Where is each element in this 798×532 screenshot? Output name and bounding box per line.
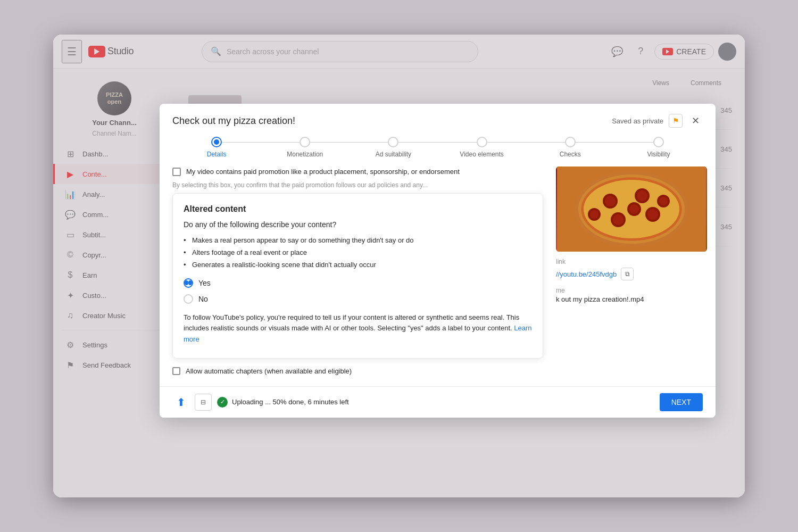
step-label-visibility: Visibility [647,151,670,158]
screen-frame: ☰ Studio 🔍 Search across your channel 💬 … [53,35,745,497]
altered-content-bullets: Makes a real person appear to say or do … [184,236,532,269]
svg-point-11 [613,214,624,225]
step-dot-ad [388,137,398,147]
step-video-elements[interactable]: Video elements [438,137,526,158]
paid-promotion-row: My video contains paid promotion like a … [172,167,543,177]
step-details[interactable]: Details [172,137,261,158]
dialog-title: Check out my pizza creation! [172,115,295,127]
paid-promotion-labels: My video contains paid promotion like a … [186,167,460,177]
step-label-monetization: Monetization [287,151,323,158]
step-dot-checks [565,137,576,147]
upload-icon-button[interactable]: ⬆ [172,394,189,411]
video-thumbnail [556,167,707,252]
upload-status-text: Uploading ... 50% done, 6 minutes left [232,398,349,406]
bullet-2: Alters footage of a real event or place [184,248,532,256]
svg-point-17 [659,197,668,205]
step-visibility[interactable]: Visibility [614,137,703,158]
chapters-checkbox[interactable] [172,367,180,375]
next-button[interactable]: NEXT [660,393,703,411]
video-link-row: //youtu.be/245fvdgb ⧉ [556,268,707,280]
svg-point-9 [647,209,658,220]
dialog-left-content: My video contains paid promotion like a … [160,167,556,375]
bullet-1: Makes a real person appear to say or do … [184,236,532,244]
chapters-label: Allow automatic chapters (when available… [186,367,352,375]
bullet-3: Generates a realistic-looking scene that… [184,261,532,269]
radio-no-option[interactable]: No [184,294,532,304]
step-label-elements: Video elements [460,151,504,158]
step-label-details: Details [207,151,227,158]
upload-dialog: Check out my pizza creation! Saved as pr… [160,104,716,418]
dialog-header: Check out my pizza creation! Saved as pr… [160,104,716,128]
video-url[interactable]: //youtu.be/245fvdgb [556,270,617,278]
copy-link-button[interactable]: ⧉ [621,268,634,280]
upload-status: ✓ Uploading ... 50% done, 6 minutes left [217,397,349,408]
policy-info-text: To follow YouTube's policy, you're requi… [184,312,532,345]
dialog-content-area: My video contains paid promotion like a … [160,158,716,418]
paid-promotion-sub: By selecting this box, you confirm that … [172,181,543,189]
video-link-label: link [556,258,707,265]
svg-point-13 [629,204,639,214]
policy-info-main: To follow YouTube's policy, you're requi… [184,313,519,332]
radio-yes-dot [185,280,188,285]
filename-value: k out my pizza creation!.mp4 [556,295,707,303]
radio-yes-option[interactable]: Yes [184,278,532,288]
radio-yes-label: Yes [198,279,211,287]
svg-point-15 [590,210,598,219]
paid-promotion-label: My video contains paid promotion like a … [186,167,460,177]
radio-no-label: No [198,295,208,303]
step-dot-monetization [300,137,310,147]
filename-label: me [556,287,707,294]
step-dot-details [211,137,222,147]
step-dot-visibility [653,137,664,147]
step-monetization[interactable]: Monetization [261,137,349,158]
altered-content-panel: Altered content Do any of the following … [172,193,543,359]
flag-icon[interactable]: ⚑ [669,114,683,128]
saved-status: Saved as private [612,117,663,125]
footer-left: ⬆ ⊟ ✓ Uploading ... 50% done, 6 minutes … [172,394,349,411]
svg-point-5 [605,196,616,206]
paid-promotion-checkbox[interactable] [172,168,181,176]
step-label-ad: Ad suitability [376,151,411,158]
step-ad-suitability[interactable]: Ad suitability [349,137,437,158]
pizza-thumbnail-svg [556,167,707,252]
subtitle-icon-button[interactable]: ⊟ [195,394,212,411]
dialog-header-right: Saved as private ⚑ ✕ [612,113,703,128]
video-preview-panel: link //youtu.be/245fvdgb ⧉ me k out my p… [556,167,716,375]
radio-yes-button[interactable] [184,278,193,288]
altered-content-question: Do any of the following describe your co… [184,220,532,229]
status-check-icon: ✓ [217,397,228,408]
steps-nav: Details Monetization Ad suitability Vide… [160,128,716,158]
radio-no-button[interactable] [184,294,193,304]
altered-content-title: Altered content [184,204,532,214]
step-checks[interactable]: Checks [526,137,614,158]
close-button[interactable]: ✕ [688,113,703,128]
allow-chapters-row: Allow automatic chapters (when available… [172,367,543,375]
step-dot-elements [477,137,487,147]
step-label-checks: Checks [560,151,581,158]
svg-point-7 [637,190,647,201]
dialog-footer: ⬆ ⊟ ✓ Uploading ... 50% done, 6 minutes … [160,386,716,418]
radio-group: Yes No [184,278,532,304]
